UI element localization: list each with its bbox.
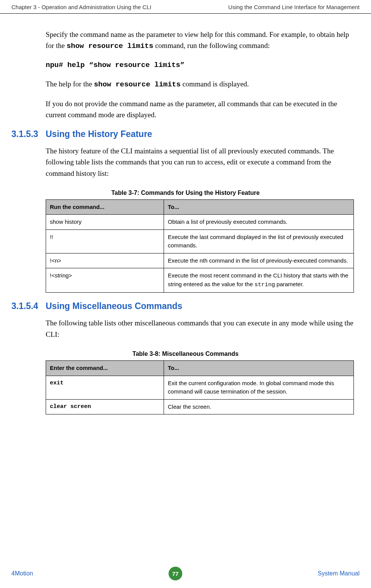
table-cell: !<n> bbox=[46, 253, 164, 268]
inline-command: show resource limits bbox=[67, 42, 153, 50]
history-commands-table: Run the command... To... show history Ob… bbox=[46, 199, 354, 293]
table-row: show history Obtain a list of previously… bbox=[46, 215, 354, 230]
content: Specify the command name as the paramete… bbox=[0, 14, 371, 414]
command-line: npu# help “show resource limits” bbox=[46, 60, 358, 71]
page-header: Chapter 3 - Operation and Administration… bbox=[0, 0, 371, 14]
page-footer: 4Motion 77 System Manual bbox=[0, 567, 371, 580]
table-cell: exit bbox=[46, 376, 164, 399]
paragraph: Specify the command name as the paramete… bbox=[46, 29, 358, 52]
section-heading: 3.1.5.3 Using the History Feature bbox=[11, 129, 360, 139]
table-header-row: Run the command... To... bbox=[46, 199, 354, 215]
section-title: Using Miscellaneous Commands bbox=[46, 301, 182, 311]
table-header: To... bbox=[164, 361, 354, 376]
inline-code: string bbox=[255, 282, 275, 288]
table-row: !! Execute the last command displayed in… bbox=[46, 229, 354, 253]
paragraph: If you do not provide the command name a… bbox=[46, 98, 358, 121]
paragraph: The help for the show resource limits co… bbox=[46, 78, 358, 90]
table-header: Enter the command... bbox=[46, 361, 164, 376]
table-cell: Execute the most recent command in the C… bbox=[164, 268, 354, 293]
footer-right: System Manual bbox=[318, 570, 360, 577]
misc-commands-table: Enter the command... To... exit Exit the… bbox=[46, 360, 354, 414]
table-caption: Table 3-8: Miscellaneous Commands bbox=[11, 351, 360, 357]
section-number: 3.1.5.4 bbox=[11, 301, 46, 311]
section-title: Using the History Feature bbox=[46, 129, 152, 139]
table-header: Run the command... bbox=[46, 199, 164, 215]
table-header-row: Enter the command... To... bbox=[46, 361, 354, 376]
table-cell: Execute the last command displayed in th… bbox=[164, 229, 354, 253]
table-cell: Exit the current configuration mode. In … bbox=[164, 376, 354, 399]
footer-left: 4Motion bbox=[11, 570, 33, 577]
table-cell: !! bbox=[46, 229, 164, 253]
table-caption: Table 3-7: Commands for Using the Histor… bbox=[11, 190, 360, 196]
table-row: exit Exit the current configuration mode… bbox=[46, 376, 354, 399]
table-row: !<string> Execute the most recent comman… bbox=[46, 268, 354, 293]
table-cell: Clear the screen. bbox=[164, 399, 354, 414]
table-cell: show history bbox=[46, 215, 164, 230]
inline-command: show resource limits bbox=[94, 80, 181, 89]
table-row: !<n> Execute the nth command in the list… bbox=[46, 253, 354, 268]
table-cell: Obtain a list of previously executed com… bbox=[164, 215, 354, 230]
table-cell: !<string> bbox=[46, 268, 164, 293]
paragraph: The history feature of the CLI maintains… bbox=[46, 145, 358, 179]
table-row: clear screen Clear the screen. bbox=[46, 399, 354, 414]
section-number: 3.1.5.3 bbox=[11, 129, 46, 139]
section-heading: 3.1.5.4 Using Miscellaneous Commands bbox=[11, 301, 360, 311]
header-left: Chapter 3 - Operation and Administration… bbox=[11, 4, 151, 10]
header-right: Using the Command Line Interface for Man… bbox=[228, 4, 360, 10]
table-cell: Execute the nth command in the list of p… bbox=[164, 253, 354, 268]
table-header: To... bbox=[164, 199, 354, 215]
page-number: 77 bbox=[169, 567, 182, 580]
paragraph: The following table lists other miscella… bbox=[46, 317, 358, 340]
table-cell: clear screen bbox=[46, 399, 164, 414]
